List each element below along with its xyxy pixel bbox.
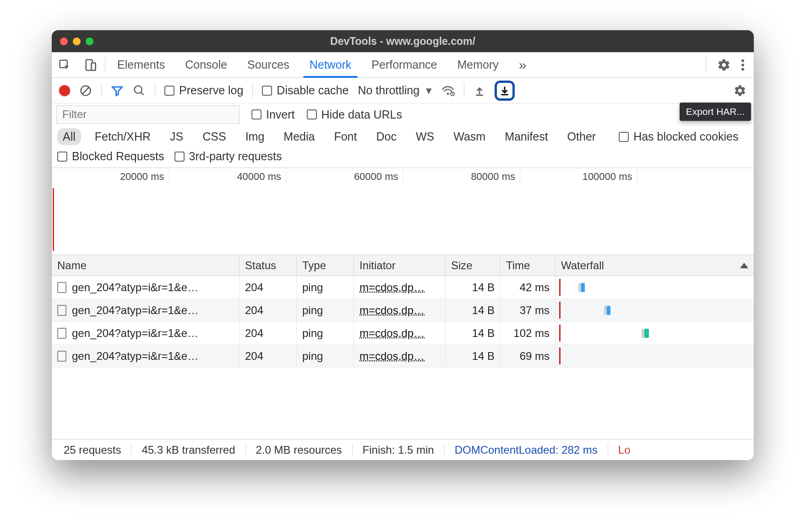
timeline-tick: 80000 ms bbox=[403, 168, 520, 185]
request-initiator[interactable]: m=cdos,dp… bbox=[359, 327, 425, 340]
request-status: 204 bbox=[245, 350, 263, 363]
third-party-checkbox[interactable]: 3rd-party requests bbox=[174, 150, 282, 163]
panel-tabs: ElementsConsoleSourcesNetworkPerformance… bbox=[52, 52, 754, 78]
disable-cache-checkbox[interactable]: Disable cache bbox=[262, 84, 349, 97]
type-filter-all[interactable]: All bbox=[57, 128, 81, 145]
status-domcontentloaded: DOMContentLoaded: 282 ms bbox=[445, 444, 608, 456]
import-har-icon[interactable] bbox=[474, 85, 485, 97]
record-button[interactable] bbox=[59, 85, 70, 96]
request-size: 14 B bbox=[472, 304, 495, 317]
column-initiator[interactable]: Initiator bbox=[354, 255, 446, 276]
preserve-log-checkbox[interactable]: Preserve log bbox=[164, 84, 243, 97]
tab-performance[interactable]: Performance bbox=[361, 52, 447, 77]
column-waterfall[interactable]: Waterfall bbox=[555, 255, 754, 276]
inspect-element-icon[interactable] bbox=[52, 52, 77, 77]
hide-data-urls-label: Hide data URLs bbox=[321, 108, 402, 121]
tooltip-export-har: Export HAR... bbox=[680, 103, 751, 121]
network-settings-icon[interactable] bbox=[734, 84, 746, 97]
request-name: gen_204?atyp=i&r=1&e… bbox=[72, 327, 198, 340]
zoom-window-button[interactable] bbox=[86, 38, 93, 45]
settings-icon[interactable] bbox=[717, 58, 731, 72]
type-filter-doc[interactable]: Doc bbox=[370, 128, 402, 145]
column-size[interactable]: Size bbox=[446, 255, 501, 276]
column-type[interactable]: Type bbox=[297, 255, 354, 276]
dropdown-icon: ▾ bbox=[426, 84, 432, 97]
type-filter-js[interactable]: JS bbox=[164, 128, 189, 145]
request-name: gen_204?atyp=i&r=1&e… bbox=[72, 304, 198, 317]
column-time[interactable]: Time bbox=[501, 255, 555, 276]
throttling-select[interactable]: No throttling ▾ bbox=[358, 84, 432, 97]
svg-point-4 bbox=[741, 59, 744, 62]
devtools-window: DevTools - www.google.com/ ElementsConso… bbox=[52, 30, 754, 460]
timeline-tick: 20000 ms bbox=[52, 168, 169, 185]
kebab-menu-icon[interactable] bbox=[741, 59, 745, 71]
svg-rect-2 bbox=[91, 63, 95, 70]
tab-sources[interactable]: Sources bbox=[237, 52, 300, 77]
type-filter-wasm[interactable]: Wasm bbox=[448, 128, 491, 145]
type-filter-font[interactable]: Font bbox=[328, 128, 362, 145]
request-status: 204 bbox=[245, 304, 263, 317]
more-tabs-button[interactable]: » bbox=[509, 52, 537, 77]
third-party-label: 3rd-party requests bbox=[189, 150, 282, 163]
minimize-window-button[interactable] bbox=[73, 38, 81, 45]
table-header: NameStatusTypeInitiatorSizeTimeWaterfall bbox=[52, 255, 754, 276]
window-title: DevTools - www.google.com/ bbox=[52, 35, 754, 48]
type-filter-other[interactable]: Other bbox=[562, 128, 602, 145]
type-filter-media[interactable]: Media bbox=[278, 128, 320, 145]
svg-point-9 bbox=[135, 86, 142, 93]
table-row[interactable]: gen_204?atyp=i&r=1&e…204pingm=cdos,dp…14… bbox=[52, 345, 754, 368]
network-toolbar: Preserve log Disable cache No throttling… bbox=[52, 78, 754, 103]
file-icon bbox=[57, 282, 66, 293]
device-toolbar-icon[interactable] bbox=[77, 52, 103, 77]
request-name: gen_204?atyp=i&r=1&e… bbox=[72, 281, 198, 294]
request-initiator[interactable]: m=cdos,dp… bbox=[359, 304, 425, 317]
table-row[interactable]: gen_204?atyp=i&r=1&e…204pingm=cdos,dp…14… bbox=[52, 299, 754, 322]
status-requests: 25 requests bbox=[54, 444, 131, 456]
request-time: 37 ms bbox=[520, 304, 550, 317]
tab-console[interactable]: Console bbox=[175, 52, 237, 77]
hide-data-urls-checkbox[interactable]: Hide data URLs bbox=[307, 108, 402, 121]
filter-row-1: Invert Hide data URLs bbox=[52, 103, 754, 126]
download-icon bbox=[499, 85, 511, 97]
sort-indicator-icon bbox=[740, 263, 748, 268]
type-filter-manifest[interactable]: Manifest bbox=[499, 128, 553, 145]
traffic-lights bbox=[60, 38, 93, 45]
request-initiator[interactable]: m=cdos,dp… bbox=[359, 281, 425, 294]
tab-memory[interactable]: Memory bbox=[447, 52, 508, 77]
table-row[interactable]: gen_204?atyp=i&r=1&e…204pingm=cdos,dp…14… bbox=[52, 276, 754, 299]
blocked-requests-checkbox[interactable]: Blocked Requests bbox=[57, 150, 164, 163]
svg-line-10 bbox=[141, 92, 144, 95]
divider bbox=[706, 57, 706, 72]
tab-network[interactable]: Network bbox=[300, 52, 362, 77]
request-status: 204 bbox=[245, 281, 263, 294]
status-transferred: 45.3 kB transferred bbox=[131, 444, 245, 456]
type-filter-fetch-xhr[interactable]: Fetch/XHR bbox=[89, 128, 156, 145]
search-icon[interactable] bbox=[133, 84, 146, 97]
waterfall-cell bbox=[555, 276, 754, 299]
svg-point-11 bbox=[447, 92, 449, 95]
tab-elements[interactable]: Elements bbox=[107, 52, 175, 77]
table-row[interactable]: gen_204?atyp=i&r=1&e…204pingm=cdos,dp…14… bbox=[52, 322, 754, 345]
preserve-log-label: Preserve log bbox=[179, 84, 243, 97]
export-har-button[interactable] bbox=[495, 81, 515, 101]
type-filter-css[interactable]: CSS bbox=[197, 128, 231, 145]
overview-timeline[interactable]: 20000 ms40000 ms60000 ms80000 ms100000 m… bbox=[52, 168, 754, 255]
type-filter-row: AllFetch/XHRJSCSSImgMediaFontDocWSWasmMa… bbox=[52, 126, 754, 148]
has-blocked-cookies-checkbox[interactable]: Has blocked cookies bbox=[619, 130, 738, 143]
timeline-tick: 100000 ms bbox=[520, 168, 637, 185]
network-conditions-icon[interactable] bbox=[441, 85, 455, 96]
close-window-button[interactable] bbox=[60, 38, 68, 45]
filter-icon[interactable] bbox=[111, 84, 124, 97]
request-type: ping bbox=[302, 350, 323, 363]
request-initiator[interactable]: m=cdos,dp… bbox=[359, 350, 425, 363]
filter-input[interactable] bbox=[56, 105, 240, 124]
type-filter-ws[interactable]: WS bbox=[410, 128, 440, 145]
status-resources: 2.0 MB resources bbox=[246, 444, 353, 456]
column-status[interactable]: Status bbox=[240, 255, 297, 276]
waterfall-cell bbox=[555, 322, 754, 344]
type-filter-img[interactable]: Img bbox=[240, 128, 270, 145]
clear-log-icon[interactable] bbox=[79, 84, 92, 97]
request-time: 102 ms bbox=[513, 327, 550, 340]
invert-checkbox[interactable]: Invert bbox=[251, 108, 295, 121]
column-name[interactable]: Name bbox=[52, 255, 240, 276]
